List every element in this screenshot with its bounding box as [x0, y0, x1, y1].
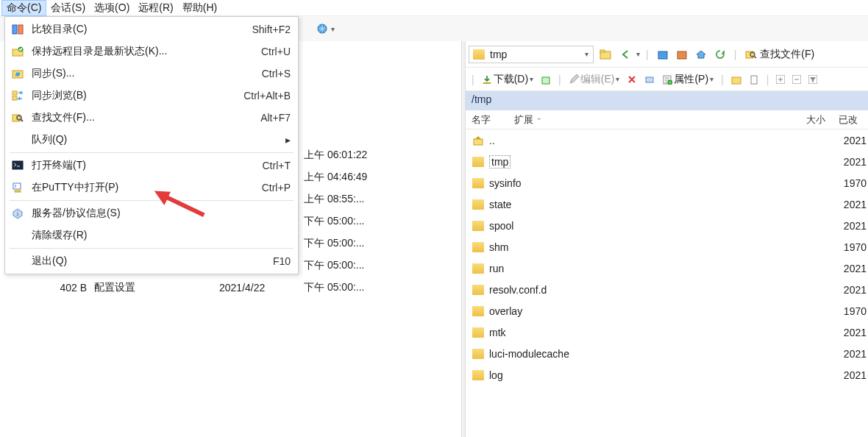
svg-rect-21 — [542, 77, 549, 84]
menu-session[interactable]: 会话(S) — [46, 1, 90, 15]
compare-icon — [10, 21, 26, 38]
upload-inline-button[interactable] — [538, 74, 554, 85]
folder-icon — [472, 262, 485, 275]
table-row[interactable]: overlay 1970 — [466, 300, 868, 321]
svg-rect-20 — [483, 82, 491, 84]
table-row[interactable]: run 2021 — [466, 257, 868, 279]
table-row[interactable]: resolv.conf.d 2021 — [466, 279, 868, 300]
menu-sync-browse[interactable]: 同步浏览(B) Ctrl+Alt+B — [7, 85, 296, 107]
download-button[interactable]: 下载(D) ▾ — [479, 72, 536, 87]
delete-button[interactable] — [624, 74, 640, 85]
svg-rect-16 — [658, 51, 667, 59]
table-row[interactable]: log 2021 — [466, 364, 868, 386]
svg-rect-2 — [18, 25, 23, 34]
menu-help[interactable]: 帮助(H) — [178, 1, 221, 15]
bookmark-button[interactable] — [674, 49, 690, 60]
menu-label: 清除缓存(R) — [32, 229, 276, 242]
find-files-label: 查找文件(F) — [760, 48, 814, 61]
table-row[interactable]: sysinfo 1970 — [466, 172, 868, 193]
command-dropdown: 比较目录(C) Shift+F2 保持远程目录是最新状态(K)... Ctrl+… — [4, 16, 299, 274]
menu-keep-updated[interactable]: 保持远程目录是最新状态(K)... Ctrl+U — [7, 40, 296, 63]
menu-separator — [10, 152, 294, 153]
folder-icon — [472, 177, 485, 190]
table-row[interactable]: .. 2021 — [466, 129, 868, 151]
sync-icon — [10, 65, 26, 82]
submenu-arrow: ▸ — [285, 134, 291, 146]
folder-icon — [472, 326, 485, 339]
remote-list-header[interactable]: 名字 扩展 ⌃ 大小 已改 — [466, 110, 868, 129]
edit-button[interactable]: 编辑(E) ▾ — [566, 72, 623, 87]
menu-compare-dirs[interactable]: 比较目录(C) Shift+F2 — [7, 18, 296, 40]
remote-current-path[interactable]: /tmp — [466, 91, 868, 110]
rename-button[interactable] — [641, 74, 658, 85]
properties-label: 属性(P) — [674, 73, 708, 86]
folder-icon — [472, 305, 485, 318]
menu-label: 服务器/协议信息(S) — [32, 207, 276, 220]
menu-label: 退出(Q) — [32, 255, 258, 268]
folder-icon — [472, 198, 485, 211]
refresh-button[interactable] — [655, 49, 671, 60]
open-dir-button[interactable] — [597, 49, 614, 60]
table-row[interactable]: spool 2021 — [466, 215, 868, 236]
col-size[interactable]: 大小 — [806, 113, 839, 127]
find-files-button[interactable]: 查找文件(F) — [742, 47, 817, 62]
menu-command[interactable]: 命令(C) — [1, 0, 46, 16]
properties-button[interactable]: 属性(P) ▾ — [659, 72, 716, 87]
menu-label: 保持远程目录是最新状态(K)... — [32, 45, 246, 58]
menu-open-terminal[interactable]: 打开终端(T) Ctrl+T — [7, 154, 296, 177]
menu-find-files[interactable]: 查找文件(F)... Alt+F7 — [7, 107, 296, 129]
menu-open-in-putty[interactable]: 在PuTTY中打开(P) Ctrl+P — [7, 177, 296, 199]
folder-icon — [472, 241, 485, 254]
menu-shortcut: Alt+F7 — [260, 112, 291, 124]
right-pane: tmp ▾ ▾ | | 查找文件(F) | 下载(D) ▾ — [466, 41, 868, 437]
col-name[interactable]: 名字 — [472, 113, 514, 127]
menu-shortcut: Ctrl+S — [262, 68, 291, 79]
blank-icon — [10, 253, 26, 269]
menu-label: 同步(S)... — [32, 67, 247, 80]
filter-button[interactable] — [805, 74, 820, 85]
menu-server-info[interactable]: i 服务器/协议信息(S) — [7, 202, 296, 224]
folder-icon — [472, 347, 485, 360]
menu-queue[interactable]: 队列(Q) ▸ — [7, 129, 296, 151]
remote-path-select[interactable]: tmp ▾ — [469, 46, 594, 63]
table-row[interactable]: tmp 2021 — [466, 151, 868, 172]
home-button[interactable] — [693, 49, 709, 60]
remote-subtoolbar: | 下载(D) ▾ | 编辑(E) ▾ 属性(P) ▾ | — [466, 68, 868, 91]
search-icon — [10, 110, 26, 126]
nav-back-button[interactable] — [617, 49, 633, 60]
menu-shortcut: Ctrl+Alt+B — [243, 90, 291, 102]
menu-remote[interactable]: 远程(R) — [134, 1, 177, 15]
svg-text:i: i — [17, 210, 18, 218]
up-dir-icon — [472, 134, 485, 147]
table-row[interactable]: state 2021 — [466, 193, 868, 215]
new-folder-button[interactable] — [728, 74, 744, 85]
globe-icon[interactable]: ▾ — [316, 23, 335, 35]
menu-exit[interactable]: 退出(Q) F10 — [7, 250, 296, 272]
svg-rect-25 — [732, 77, 741, 84]
folder-icon — [472, 155, 485, 168]
menu-separator — [10, 200, 294, 201]
menu-options[interactable]: 选项(O) — [90, 1, 134, 15]
table-row[interactable]: shm 1970 — [466, 236, 868, 257]
menu-shortcut: Ctrl+T — [263, 160, 291, 171]
remote-path-text: tmp — [490, 49, 507, 60]
menu-sync[interactable]: 同步(S)... Ctrl+S — [7, 63, 296, 85]
new-file-button[interactable] — [746, 74, 762, 85]
table-row[interactable]: luci-modulecache 2021 — [466, 343, 868, 364]
plus-button[interactable] — [773, 74, 788, 85]
menu-shortcut: F10 — [273, 255, 291, 267]
reload-button[interactable] — [712, 49, 728, 60]
keepup-icon — [10, 43, 26, 60]
col-changed[interactable]: 已改 — [839, 113, 868, 127]
col-ext[interactable]: 扩展 ⌃ — [514, 113, 558, 127]
table-row[interactable]: mtk 2021 — [466, 321, 868, 343]
chevron-down-icon: ▾ — [585, 50, 588, 58]
folder-icon — [472, 48, 485, 61]
edit-label: 编辑(E) — [580, 73, 615, 86]
menu-clear-cache[interactable]: 清除缓存(R) — [7, 224, 296, 246]
svg-rect-30 — [474, 139, 483, 145]
svg-rect-1 — [13, 25, 17, 34]
menu-separator — [10, 248, 294, 249]
minus-button[interactable] — [789, 74, 804, 85]
list-item[interactable]: 402 B配置设置2021/4/22下午 05:00:... — [43, 277, 461, 299]
